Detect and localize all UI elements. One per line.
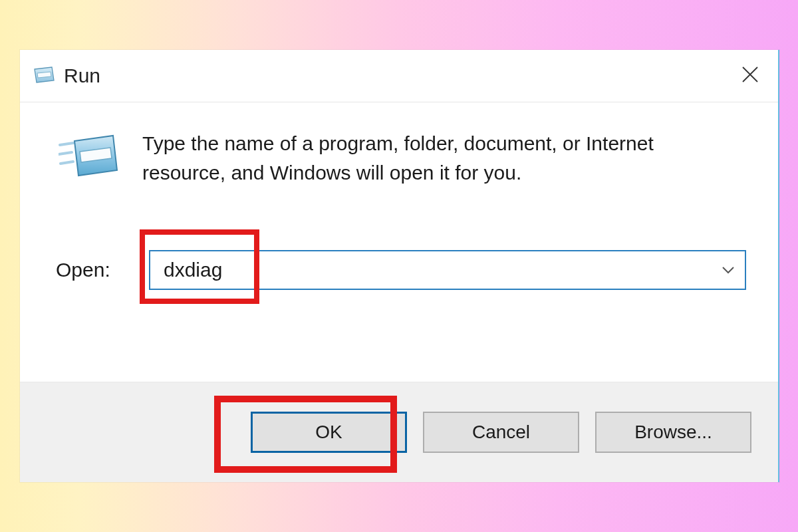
close-icon (741, 65, 759, 86)
browse-button[interactable]: Browse... (595, 412, 751, 453)
browse-button-label: Browse... (634, 422, 712, 443)
description-text: Type the name of a program, folder, docu… (142, 129, 741, 187)
run-icon (32, 66, 56, 85)
titlebar: Run (20, 50, 778, 102)
background-gradient: Run (0, 0, 798, 532)
dialog-body: Type the name of a program, folder, docu… (20, 102, 778, 382)
chevron-down-icon (721, 263, 735, 277)
run-dialog: Run (20, 50, 779, 482)
open-combobox[interactable] (149, 250, 746, 290)
open-input[interactable] (162, 258, 714, 282)
open-label: Open: (52, 259, 149, 281)
cancel-button-label: Cancel (472, 422, 530, 443)
close-button[interactable] (730, 56, 770, 96)
cancel-button[interactable]: Cancel (423, 412, 579, 453)
dialog-footer: OK Cancel Browse... (20, 382, 778, 482)
run-large-icon (59, 132, 118, 185)
open-row: Open: (52, 233, 746, 307)
dialog-title: Run (64, 65, 100, 87)
ok-button-label: OK (315, 422, 342, 443)
description-row: Type the name of a program, folder, docu… (52, 129, 746, 187)
ok-button[interactable]: OK (251, 412, 407, 453)
